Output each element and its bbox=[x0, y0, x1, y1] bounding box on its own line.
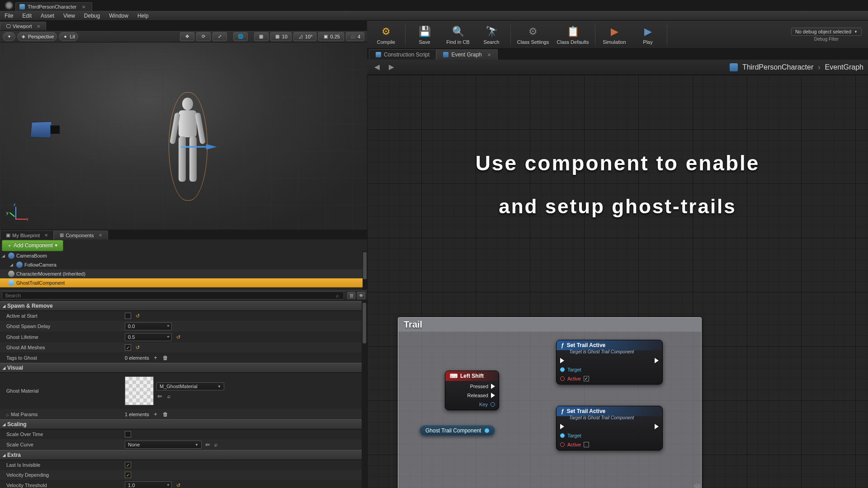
scrollbar-thumb[interactable] bbox=[363, 252, 367, 279]
comment-title[interactable]: Trail bbox=[398, 318, 701, 332]
menu-debug[interactable]: Debug bbox=[80, 11, 104, 20]
lifetime-input[interactable]: 0.5◂▸ bbox=[125, 333, 172, 341]
menu-window[interactable]: Window bbox=[104, 11, 133, 20]
exec-in-pin[interactable] bbox=[560, 424, 564, 429]
data-in-pin[interactable] bbox=[560, 433, 565, 438]
add-element-button[interactable]: ＋ bbox=[152, 410, 159, 418]
reset-icon[interactable]: ↺ bbox=[176, 483, 180, 488]
clear-array-button[interactable]: 🗑 bbox=[162, 411, 169, 418]
graph-canvas[interactable]: Use component to enable and setup ghost-… bbox=[367, 75, 868, 488]
search-button[interactable]: 🔭Search bbox=[475, 22, 508, 47]
browse-to-button[interactable]: ⌕ bbox=[213, 441, 218, 448]
tab-my-blueprint[interactable]: ▣ My Blueprint ✕ bbox=[0, 230, 54, 239]
grid-snap-button[interactable]: ▦10 bbox=[270, 32, 292, 41]
close-icon[interactable]: ✕ bbox=[82, 5, 85, 9]
browse-to-button[interactable]: ⌕ bbox=[166, 393, 171, 399]
last-invisible-checkbox[interactable] bbox=[125, 462, 131, 468]
view-options-button[interactable]: ☰ bbox=[347, 292, 355, 299]
debug-object-dropdown[interactable]: No debug object selected▼ bbox=[791, 28, 862, 36]
lit-mode-button[interactable]: ●Lit bbox=[59, 32, 78, 41]
all-meshes-checkbox[interactable] bbox=[125, 344, 131, 351]
reset-icon[interactable]: ↺ bbox=[136, 313, 140, 319]
angle-snap-button[interactable]: ◿10° bbox=[293, 32, 317, 41]
section-extra[interactable]: ◢Extra bbox=[0, 450, 362, 460]
node-input-leftshift[interactable]: ⌨Left Shift Pressed Released Key bbox=[445, 371, 499, 410]
menu-view[interactable]: View bbox=[59, 11, 80, 20]
expand-icon[interactable]: ◢ bbox=[2, 253, 6, 258]
tab-construction-script[interactable]: Construction Script bbox=[369, 49, 436, 60]
exec-in-pin[interactable] bbox=[560, 358, 564, 363]
coord-space-button[interactable]: 🌐 bbox=[233, 32, 248, 41]
data-in-pin[interactable] bbox=[560, 376, 565, 381]
section-spawn-remove[interactable]: ◢Spawn & Remove bbox=[0, 301, 362, 311]
data-out-pin[interactable] bbox=[485, 428, 489, 433]
reset-icon[interactable]: ↺ bbox=[136, 345, 140, 351]
component-row-cameraboom[interactable]: ◢ CameraBoom bbox=[0, 251, 367, 260]
reset-icon[interactable]: ↺ bbox=[176, 334, 180, 340]
rotate-tool-button[interactable]: ⟳ bbox=[196, 32, 211, 41]
camera-speed-button[interactable]: 🎥4 bbox=[346, 32, 364, 41]
menu-edit[interactable]: Edit bbox=[18, 11, 36, 20]
velocity-depending-checkbox[interactable] bbox=[125, 472, 131, 478]
class-settings-button[interactable]: ⚙Class Settings bbox=[514, 22, 552, 47]
add-component-button[interactable]: ＋ Add Component ▼ bbox=[2, 240, 63, 251]
component-tree[interactable]: ◢ CameraBoom ◢ FollowCamera CharacterMov… bbox=[0, 251, 367, 290]
window-tab[interactable]: ThirdPersonCharacter ✕ bbox=[15, 2, 92, 11]
scale-tool-button[interactable]: ⤢ bbox=[212, 32, 227, 41]
exec-out-pin[interactable] bbox=[491, 384, 495, 389]
section-scaling[interactable]: ◢Scaling bbox=[0, 419, 362, 429]
breadcrumb-leaf[interactable]: EventGraph bbox=[825, 63, 863, 71]
section-visual[interactable]: ◢Visual bbox=[0, 363, 362, 373]
spawn-delay-input[interactable]: 0.0◂▸ bbox=[125, 322, 172, 330]
use-selected-button[interactable]: ⇦ bbox=[204, 441, 211, 448]
component-row-charactermovement[interactable]: CharacterMovement (Inherited) bbox=[0, 269, 367, 278]
node-set-trail-active-2[interactable]: ƒSet Trail Active Target is Ghost Trail … bbox=[556, 406, 663, 450]
active-checkbox[interactable] bbox=[584, 376, 589, 381]
component-row-ghosttrail[interactable]: GhostTrailComponent bbox=[0, 278, 367, 287]
details-scrollbar[interactable] bbox=[362, 301, 367, 488]
exec-out-pin[interactable] bbox=[655, 424, 659, 429]
scale-snap-button[interactable]: ▣0.25 bbox=[318, 32, 344, 41]
nav-forward-button[interactable]: ► bbox=[386, 62, 397, 73]
active-at-start-checkbox[interactable] bbox=[125, 313, 131, 319]
viewport-3d[interactable]: x y z bbox=[0, 42, 367, 230]
search-icon[interactable]: ⌕ bbox=[336, 293, 339, 298]
use-selected-button[interactable]: ⇦ bbox=[156, 393, 163, 399]
find-in-cb-button[interactable]: 🔍Find in CB bbox=[442, 22, 474, 47]
compile-button[interactable]: ⚙Compile bbox=[370, 22, 402, 47]
search-input[interactable] bbox=[2, 291, 344, 300]
character-mesh[interactable] bbox=[160, 88, 215, 201]
node-set-trail-active-1[interactable]: ƒSet Trail Active Target is Ghost Trail … bbox=[556, 340, 663, 385]
exec-out-pin[interactable] bbox=[491, 393, 495, 398]
camera-actor[interactable] bbox=[29, 122, 61, 142]
play-button[interactable]: ▶Play bbox=[632, 22, 664, 47]
perspective-button[interactable]: ◈Perspective bbox=[17, 32, 57, 41]
menu-file[interactable]: File bbox=[0, 11, 18, 20]
tab-viewport[interactable]: 🖵 Viewport ✕ bbox=[0, 22, 46, 30]
scale-over-time-checkbox[interactable] bbox=[125, 431, 131, 437]
menu-asset[interactable]: Asset bbox=[36, 11, 59, 20]
resize-grip[interactable] bbox=[694, 484, 700, 488]
close-icon[interactable]: ✕ bbox=[37, 24, 40, 29]
exec-out-pin[interactable] bbox=[655, 358, 659, 363]
data-in-pin[interactable] bbox=[560, 442, 565, 447]
close-icon[interactable]: ✕ bbox=[487, 52, 491, 57]
material-thumbnail[interactable] bbox=[125, 376, 154, 405]
clear-array-button[interactable]: 🗑 bbox=[162, 355, 169, 361]
tab-components[interactable]: ⊞ Components ✕ bbox=[54, 230, 108, 239]
save-button[interactable]: 💾Save bbox=[408, 22, 441, 47]
active-checkbox[interactable] bbox=[584, 442, 589, 447]
translate-tool-button[interactable]: ✥ bbox=[180, 32, 194, 41]
nav-back-button[interactable]: ◄ bbox=[372, 62, 382, 73]
material-dropdown[interactable]: M_GhostMaterial▼ bbox=[156, 382, 224, 390]
tab-event-graph[interactable]: Event Graph ✕ bbox=[436, 49, 497, 60]
class-defaults-button[interactable]: 📋Class Defaults bbox=[553, 22, 592, 47]
add-element-button[interactable]: ＋ bbox=[152, 354, 159, 361]
expand-icon[interactable]: ◢ bbox=[10, 263, 14, 267]
breadcrumb-root[interactable]: ThirdPersonCharacter bbox=[742, 63, 813, 71]
node-var-ghosttrailcomponent[interactable]: Ghost Trail Component bbox=[420, 425, 495, 436]
surface-snap-button[interactable]: ▦ bbox=[254, 32, 269, 41]
details-panel[interactable]: ◢Spawn & Remove Active at Start ↺ Ghost … bbox=[0, 301, 362, 488]
eye-toggle-button[interactable]: 👁 bbox=[357, 292, 365, 299]
menu-help[interactable]: Help bbox=[133, 11, 153, 20]
